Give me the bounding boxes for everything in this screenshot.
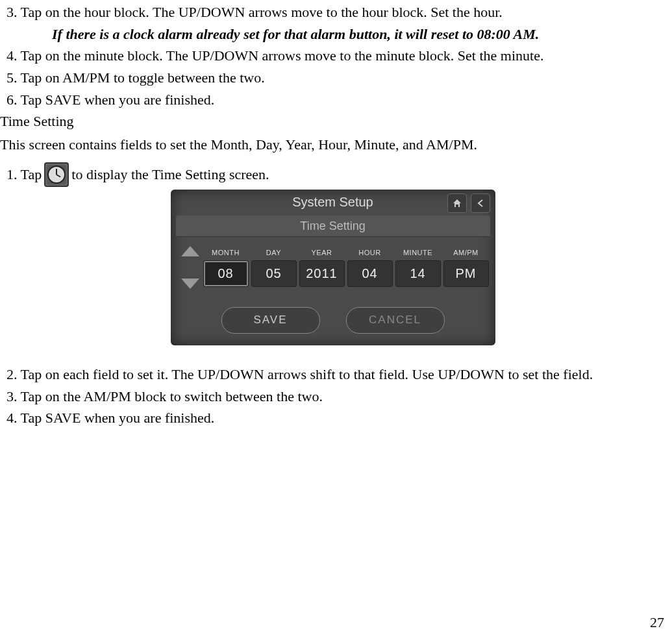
year-field-value: 2011 <box>299 260 345 287</box>
alarm-step-6: 6. Tap SAVE when you are finished. <box>6 90 666 110</box>
alarm-reset-note: If there is a clock alarm already set fo… <box>52 25 666 44</box>
time-setting-heading: Time Setting <box>0 112 666 131</box>
alarm-step-4: 4. Tap on the minute block. The UP/DOWN … <box>6 46 666 66</box>
day-field-label: DAY <box>251 248 297 258</box>
year-field[interactable]: YEAR 2011 <box>299 248 345 287</box>
hour-field-value: 04 <box>347 260 393 287</box>
day-field-value: 05 <box>251 260 297 287</box>
time-step-1-suffix: to display the Time Setting screen. <box>71 165 269 184</box>
time-step-4: 4. Tap SAVE when you are finished. <box>6 408 666 428</box>
device-subtitle: Time Setting <box>176 216 490 237</box>
month-field-label: MONTH <box>203 248 249 258</box>
back-icon[interactable] <box>471 193 490 213</box>
time-step-1: 1. Tap to display the Time Setting scree… <box>6 162 666 187</box>
alarm-step-5: 5. Tap on AM/PM to toggle between the tw… <box>6 68 666 88</box>
time-setting-intro: This screen contains fields to set the M… <box>0 135 666 155</box>
time-fields: MONTH 08 DAY 05 YEAR 2011 HOUR 04 <box>203 248 489 287</box>
minute-field-value: 14 <box>395 260 441 287</box>
ampm-field-value: PM <box>443 260 489 287</box>
clock-icon <box>44 162 69 187</box>
alarm-step-3: 3. Tap on the hour block. The UP/DOWN ar… <box>6 3 666 22</box>
hour-field-label: HOUR <box>347 248 393 258</box>
hour-field[interactable]: HOUR 04 <box>347 248 393 287</box>
cancel-button[interactable]: CANCEL <box>346 307 445 334</box>
arrow-up-icon[interactable] <box>181 246 199 256</box>
ampm-field[interactable]: AM/PM PM <box>443 248 489 287</box>
time-setting-screenshot: System Setup Time Setting MONTH 08 <box>0 190 666 345</box>
device-title: System Setup <box>292 193 373 211</box>
page-number: 27 <box>650 613 664 632</box>
day-field[interactable]: DAY 05 <box>251 248 297 287</box>
time-step-2: 2. Tap on each field to set it. The UP/D… <box>6 365 666 384</box>
minute-field[interactable]: MINUTE 14 <box>395 248 441 287</box>
home-icon[interactable] <box>447 193 467 213</box>
month-field[interactable]: MONTH 08 <box>203 248 249 287</box>
save-button[interactable]: SAVE <box>221 307 320 334</box>
ampm-field-label: AM/PM <box>443 248 489 258</box>
minute-field-label: MINUTE <box>395 248 441 258</box>
time-step-3: 3. Tap on the AM/PM block to switch betw… <box>6 387 666 406</box>
month-field-value: 08 <box>203 260 249 287</box>
arrow-down-icon[interactable] <box>181 279 199 289</box>
year-field-label: YEAR <box>299 248 345 258</box>
time-step-1-prefix: 1. Tap <box>6 165 42 184</box>
